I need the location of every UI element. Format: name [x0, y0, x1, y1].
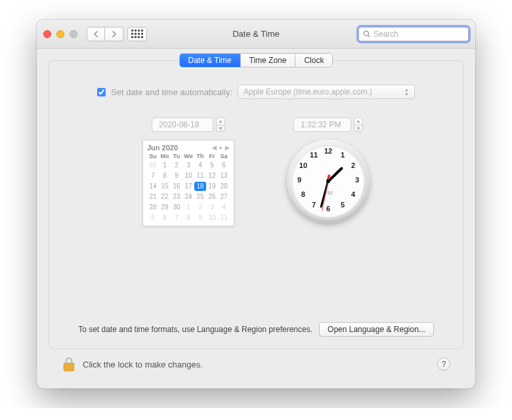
- format-hint: To set date and time formats, use Langua…: [78, 325, 312, 334]
- lock-icon[interactable]: [62, 356, 76, 372]
- lock-label: Click the lock to make changes.: [83, 360, 203, 369]
- calendar-day[interactable]: 2: [171, 161, 182, 170]
- calendar-day[interactable]: 29: [159, 203, 171, 212]
- calendar-day[interactable]: 19: [206, 182, 218, 191]
- calendar-day[interactable]: 24: [182, 192, 194, 201]
- time-stepper[interactable]: ▲▼: [354, 117, 363, 132]
- window-controls: [43, 30, 77, 38]
- calendar-day[interactable]: 28: [147, 203, 159, 212]
- calendar-day[interactable]: 23: [171, 192, 182, 201]
- calendar-day[interactable]: 22: [159, 192, 171, 201]
- close-button[interactable]: [43, 30, 51, 38]
- calendar-day[interactable]: 10: [206, 213, 218, 222]
- calendar-dow: Tu: [171, 153, 182, 159]
- titlebar: Date & Time Search: [37, 20, 475, 49]
- calendar-dow: Fr: [206, 153, 218, 159]
- auto-label: Set date and time automatically:: [111, 87, 232, 97]
- clock-number: 6: [323, 205, 333, 215]
- back-button[interactable]: [87, 27, 105, 41]
- calendar[interactable]: Jun 2020 ◀●▶ SuMoTuWeThFrSa3112345678910…: [142, 140, 234, 226]
- dropdown-arrows-icon: ▲▼: [404, 87, 409, 96]
- calendar-day[interactable]: 4: [218, 203, 230, 212]
- calendar-day[interactable]: 10: [182, 171, 194, 180]
- calendar-day[interactable]: 13: [218, 171, 230, 180]
- calendar-day[interactable]: 21: [147, 192, 159, 201]
- calendar-day[interactable]: 26: [206, 192, 218, 201]
- open-language-region-button[interactable]: Open Language & Region...: [319, 322, 434, 337]
- calendar-day[interactable]: 30: [171, 203, 182, 212]
- clock-number: 9: [294, 176, 305, 186]
- calendar-month: Jun 2020: [147, 144, 178, 152]
- calendar-day[interactable]: 9: [171, 171, 182, 180]
- calendar-day[interactable]: 4: [194, 161, 206, 170]
- date-stepper[interactable]: ▲▼: [216, 117, 225, 132]
- analog-clock[interactable]: PM 123456789101112: [287, 140, 370, 222]
- time-column: 1:32:32 PM ▲▼ PM 123456789101112: [287, 117, 370, 222]
- calendar-day[interactable]: 31: [147, 161, 159, 170]
- calendar-day[interactable]: 17: [182, 182, 194, 191]
- calendar-day[interactable]: 8: [182, 213, 194, 222]
- calendar-day[interactable]: 15: [159, 182, 171, 191]
- calendar-day[interactable]: 16: [171, 182, 182, 191]
- calendar-day[interactable]: 9: [194, 213, 206, 222]
- calendar-day[interactable]: 12: [206, 171, 218, 180]
- search-placeholder: Search: [373, 30, 398, 39]
- tab-time-zone[interactable]: Time Zone: [241, 54, 296, 67]
- time-server-value: Apple Europe (time.euro.apple.com.): [244, 87, 372, 96]
- date-field[interactable]: 2020-06-18: [152, 117, 213, 132]
- prefs-window: Date & Time Search Date & Time Time Zone…: [37, 20, 475, 388]
- calendar-dow: Th: [194, 153, 206, 159]
- calendar-day[interactable]: 7: [171, 213, 182, 222]
- window-title: Date & Time: [232, 29, 280, 39]
- calendar-day[interactable]: 20: [218, 182, 230, 191]
- calendar-day[interactable]: 1: [159, 161, 171, 170]
- calendar-day[interactable]: 11: [194, 171, 206, 180]
- calendar-dow: Sa: [218, 153, 230, 159]
- forward-button[interactable]: [105, 27, 123, 41]
- calendar-day[interactable]: 3: [206, 203, 218, 212]
- clock-number: 5: [337, 201, 348, 211]
- search-input[interactable]: Search: [358, 27, 469, 41]
- clock-number: 8: [298, 190, 309, 201]
- calendar-day[interactable]: 1: [182, 203, 194, 212]
- tab-clock[interactable]: Clock: [295, 54, 332, 67]
- calendar-day[interactable]: 18: [194, 182, 206, 191]
- clock-pivot: [326, 179, 330, 183]
- time-field[interactable]: 1:32:32 PM: [293, 117, 351, 132]
- calendar-day[interactable]: 6: [159, 213, 171, 222]
- clock-number: 7: [309, 201, 319, 211]
- calendar-day[interactable]: 27: [218, 192, 230, 201]
- clock-number: 2: [348, 161, 358, 172]
- search-icon: [363, 30, 371, 38]
- calendar-day[interactable]: 5: [206, 161, 218, 170]
- calendar-day[interactable]: 11: [218, 213, 230, 222]
- clock-number: 10: [298, 161, 309, 172]
- minimize-button[interactable]: [56, 30, 64, 38]
- clock-number: 4: [348, 190, 358, 201]
- tab-date-time[interactable]: Date & Time: [180, 54, 241, 67]
- zoom-button[interactable]: [70, 30, 77, 38]
- calendar-dow: Mo: [159, 153, 171, 159]
- calendar-day[interactable]: 5: [147, 213, 159, 222]
- calendar-day[interactable]: 7: [147, 171, 159, 180]
- date-column: 2020-06-18 ▲▼ Jun 2020 ◀●▶ SuMoTuWeThFrS…: [142, 117, 234, 226]
- calendar-day[interactable]: 25: [194, 192, 206, 201]
- chevron-right-icon: [112, 31, 117, 37]
- calendar-dow: We: [182, 153, 194, 159]
- clock-number: 3: [352, 176, 362, 186]
- calendar-day[interactable]: 3: [182, 161, 194, 170]
- calendar-nav[interactable]: ◀●▶: [212, 144, 230, 151]
- auto-checkbox[interactable]: [97, 88, 106, 96]
- tabs: Date & Time Time Zone Clock: [179, 53, 333, 68]
- show-all-button[interactable]: [127, 27, 147, 41]
- clock-number: 12: [323, 147, 333, 158]
- calendar-day[interactable]: 8: [159, 171, 171, 180]
- calendar-day[interactable]: 14: [147, 182, 159, 191]
- calendar-day[interactable]: 2: [194, 203, 206, 212]
- chevron-left-icon: [93, 31, 98, 37]
- clock-number: 11: [309, 151, 319, 161]
- time-server-dropdown[interactable]: Apple Europe (time.euro.apple.com.) ▲▼: [238, 85, 415, 99]
- help-button[interactable]: ?: [437, 358, 450, 371]
- calendar-day[interactable]: 6: [218, 161, 230, 170]
- clock-number: 1: [337, 151, 348, 161]
